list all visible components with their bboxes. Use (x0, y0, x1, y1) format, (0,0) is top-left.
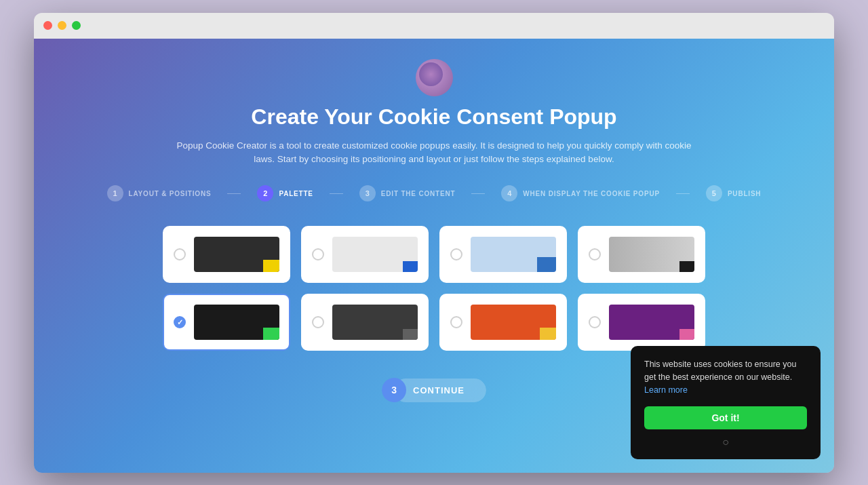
step-4[interactable]: 4 WHEN DISPLAY THE COOKIE POPUP (501, 185, 660, 201)
close-button[interactable] (43, 21, 52, 30)
cookie-message-text: This website uses cookies to ensure you … (644, 360, 796, 382)
palette-card-2[interactable] (301, 226, 429, 283)
palette-radio-1[interactable] (174, 248, 186, 260)
palette-accent-3 (537, 257, 556, 272)
maximize-button[interactable] (72, 21, 81, 30)
palette-preview-5 (194, 305, 279, 340)
step-4-label: WHEN DISPLAY THE COOKIE POPUP (523, 190, 660, 197)
palette-accent-5 (263, 328, 279, 340)
palette-accent-6 (403, 329, 418, 340)
palette-card-4[interactable] (578, 226, 705, 283)
step-2-circle: 2 (257, 185, 273, 201)
palette-accent-7 (540, 328, 556, 340)
step-1-circle: 1 (107, 185, 123, 201)
palette-preview-8 (609, 305, 694, 340)
bottom-bar: 3 CONTINUE (163, 378, 705, 402)
palette-accent-2 (403, 261, 418, 272)
step-3-label: EDIT THE CONTENT (381, 190, 455, 197)
palette-preview-1 (194, 237, 279, 272)
palette-card-8[interactable] (578, 294, 705, 351)
step-3[interactable]: 3 EDIT THE CONTENT (359, 185, 455, 201)
step-1[interactable]: 1 LAYOUT & POSITIONS (107, 185, 212, 201)
palette-preview-4 (609, 237, 694, 272)
palette-radio-3[interactable] (450, 248, 462, 260)
palette-preview-3 (471, 237, 556, 272)
palette-radio-4[interactable] (589, 248, 601, 260)
palette-radio-2[interactable] (312, 248, 324, 260)
got-it-button[interactable]: Got it! (644, 406, 807, 429)
step-divider-4 (676, 193, 690, 194)
palette-card-1[interactable] (163, 226, 290, 283)
palette-card-5[interactable] (163, 294, 290, 351)
palette-grid (163, 226, 705, 351)
palette-card-3[interactable] (439, 226, 567, 283)
step-2-label: PALETTE (279, 190, 313, 197)
learn-more-link[interactable]: Learn more (644, 385, 688, 395)
palette-preview-6 (332, 305, 418, 340)
minimize-button[interactable] (58, 21, 66, 30)
continue-button[interactable]: CONTINUE (394, 379, 486, 402)
palette-accent-4 (679, 261, 694, 272)
cookie-loader: ○ (644, 436, 807, 448)
step-divider-3 (471, 193, 485, 194)
browser-titlebar (34, 13, 834, 39)
step-5-label: PUBLISH (728, 190, 762, 197)
palette-radio-8[interactable] (589, 316, 601, 328)
step-4-circle: 4 (501, 185, 517, 201)
page-subtitle: Popup Cookie Creator is a tool to create… (176, 139, 692, 167)
step-5-circle: 5 (706, 185, 722, 201)
page-title: Create Your Cookie Consent Popup (251, 104, 616, 130)
moon-icon (416, 59, 453, 96)
palette-preview-2 (332, 237, 418, 272)
step-divider-1 (227, 193, 241, 194)
step-2[interactable]: 2 PALETTE (257, 185, 313, 201)
palette-radio-6[interactable] (312, 316, 324, 328)
palette-accent-8 (679, 329, 694, 340)
palette-card-7[interactable] (439, 294, 567, 351)
palette-card-6[interactable] (301, 294, 429, 351)
browser-window: Create Your Cookie Consent Popup Popup C… (34, 13, 834, 473)
continue-wrapper: 3 CONTINUE (382, 378, 486, 402)
step-1-label: LAYOUT & POSITIONS (129, 190, 212, 197)
palette-radio-7[interactable] (450, 316, 462, 328)
step-3-circle: 3 (359, 185, 376, 201)
step-divider-2 (330, 193, 343, 194)
cookie-message: This website uses cookies to ensure you … (644, 358, 807, 396)
palette-preview-7 (471, 305, 556, 340)
step-badge: 3 (382, 378, 406, 402)
palette-radio-5[interactable] (174, 316, 186, 328)
main-content: Create Your Cookie Consent Popup Popup C… (34, 39, 834, 473)
step-5[interactable]: 5 PUBLISH (706, 185, 762, 201)
palette-accent-1 (263, 260, 279, 272)
cookie-popup: This website uses cookies to ensure you … (631, 346, 821, 459)
steps-nav: 1 LAYOUT & POSITIONS 2 PALETTE 3 EDIT TH… (107, 185, 762, 201)
